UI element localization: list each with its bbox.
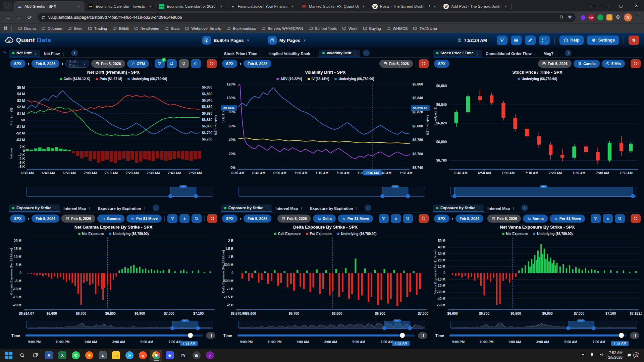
reset-icon-button[interactable] bbox=[631, 59, 641, 68]
add-tab-button[interactable]: + bbox=[71, 50, 78, 56]
chart-navigator[interactable]: ••• bbox=[26, 321, 213, 329]
feb-5-2026-pill[interactable]: Feb 5, 2026 bbox=[244, 215, 271, 223]
tradingview-icon[interactable]: TV bbox=[177, 350, 189, 361]
edit-button[interactable] bbox=[525, 36, 536, 45]
bulb-icon-button[interactable] bbox=[179, 59, 189, 68]
vanna-pill[interactable]: Vanna bbox=[523, 215, 547, 223]
extension-diamond-icon[interactable] bbox=[580, 14, 586, 20]
chart-area[interactable]: 20 M15 M10 M5 M0-5 M-10 M-15 M-20 M$6,51… bbox=[9, 236, 218, 316]
per-1-move-pill[interactable]: Per $1 Move bbox=[550, 215, 585, 223]
5-min-pill[interactable]: 5 Min bbox=[602, 60, 625, 68]
bookmark-folder[interactable]: Sites bbox=[65, 25, 85, 32]
tab-close-icon[interactable]: ✕ bbox=[76, 4, 82, 9]
profile-avatar[interactable]: N bbox=[624, 13, 632, 21]
time-slider-track[interactable] bbox=[237, 335, 415, 337]
apps-grid-icon[interactable] bbox=[3, 26, 8, 31]
bookmark-folder[interactable]: Work bbox=[339, 25, 360, 32]
chart-area[interactable]: $5 M$4 M$3 M$2 M$1 M$0-$1 M-$2 M-$3 M$6,… bbox=[9, 81, 218, 179]
navigator-grip[interactable]: ••• bbox=[540, 185, 547, 188]
date-pill[interactable]: Feb 5, 2026 bbox=[61, 215, 95, 223]
tab-close-icon[interactable]: ✕ bbox=[361, 4, 366, 9]
feb-5-2026-pill[interactable]: Feb 5, 2026 bbox=[32, 215, 59, 223]
spx-pill[interactable]: SPX bbox=[434, 60, 449, 68]
browser-tab[interactable]: FB Economic Calendar for 2026 - F ✕ bbox=[156, 1, 227, 11]
zoom-icon[interactable] bbox=[559, 15, 564, 20]
time-slider-thumb[interactable] bbox=[619, 333, 624, 338]
legend-item[interactable]: Underlying ($6,789.90) bbox=[127, 77, 167, 81]
tab-net-drift[interactable]: Net Drift⋮ bbox=[9, 50, 40, 57]
candle-pill[interactable]: Candle bbox=[574, 60, 600, 68]
spx-pill[interactable]: SPX bbox=[10, 215, 25, 223]
globe-app-icon[interactable]: ◍ bbox=[191, 350, 203, 361]
tab-menu-icon[interactable]: ⋮ bbox=[512, 207, 515, 210]
fullscreen-button[interactable] bbox=[539, 36, 550, 45]
tab-volatility-drift[interactable]: Volatility Drift⋮ bbox=[319, 50, 360, 57]
legend-item[interactable]: Put Exposure bbox=[306, 232, 331, 236]
bookmark-folder[interactable]: Bilibili bbox=[110, 25, 131, 32]
window-close-button[interactable]: ✕ bbox=[629, 0, 644, 11]
legend-item[interactable]: Underlying ($6,789.90) bbox=[337, 232, 377, 236]
bookmark-folder[interactable]: Bookmarksss bbox=[224, 25, 259, 32]
tab-menu-icon[interactable]: ⋮ bbox=[265, 206, 269, 210]
bookmark-folder[interactable]: TV/Drama bbox=[410, 25, 439, 32]
bookmark-folder[interactable]: Stats bbox=[162, 25, 182, 32]
time-slider-track[interactable] bbox=[449, 335, 627, 337]
bookmark-folder[interactable]: School Tools bbox=[306, 25, 339, 32]
tab-exposure-by-expiration[interactable]: Exposure by Expiration⋮ bbox=[95, 205, 150, 212]
date-pill[interactable]: Feb 5, 2026 bbox=[487, 215, 521, 223]
address-bar[interactable]: v3.quantdata.us/page/custom/d74ba5f4-ef6… bbox=[38, 13, 576, 22]
strike-price-input[interactable]: Strike Price▲▼ bbox=[65, 60, 89, 68]
legend-item[interactable]: Puts ($1.67 M) bbox=[96, 77, 122, 81]
browser-tab[interactable]: W Posts ‹ The Spread Book — Wo ✕ bbox=[369, 1, 440, 11]
spx-pill[interactable]: SPX bbox=[10, 60, 25, 68]
tab-menu-icon[interactable]: ⋮ bbox=[53, 206, 57, 210]
quantdata-logo[interactable]: Quant Data bbox=[5, 36, 51, 45]
add-tab-button[interactable]: + bbox=[565, 50, 572, 56]
navigator-right-handle[interactable] bbox=[406, 194, 410, 198]
bookmark-star-icon[interactable] bbox=[567, 14, 572, 20]
extension-abp-icon[interactable]: ABP bbox=[588, 14, 594, 20]
chart-area[interactable]: 120%100%80%60%40%20%0%$6,860$6,840$6,820… bbox=[221, 81, 430, 179]
legend-item[interactable]: Underlying ($6,789.90) bbox=[109, 232, 149, 236]
taskbar-search-icon[interactable] bbox=[16, 350, 28, 361]
funnel-icon-button[interactable] bbox=[591, 214, 601, 223]
navigator-right-handle[interactable] bbox=[196, 326, 200, 330]
notification-center[interactable]: 38 bbox=[627, 352, 639, 358]
tab-consolidated-order-flow[interactable]: Consolidated Order Flow⋮ bbox=[482, 50, 540, 57]
time-slider-thumb[interactable] bbox=[188, 333, 193, 338]
otm-pill[interactable]: OTM bbox=[127, 60, 149, 68]
tab-menu-icon[interactable]: ⋮ bbox=[354, 51, 357, 55]
tab-exposure-by-strike[interactable]: Exposure by Strike⋮ bbox=[221, 204, 272, 212]
built-in-pages-menu[interactable]: Built-In Pages ▼ bbox=[202, 36, 250, 45]
navigator-right-handle[interactable] bbox=[592, 326, 596, 330]
pause-button[interactable] bbox=[206, 332, 215, 339]
bookmark-folder[interactable]: Optoons bbox=[39, 25, 65, 32]
bookmark-folder[interactable]: WHMCS bbox=[384, 25, 411, 32]
browser-menu-icon[interactable]: ⋮ bbox=[633, 15, 641, 20]
navigator-left-handle[interactable] bbox=[380, 194, 384, 198]
tab-net-flow[interactable]: Net Flow⋮ bbox=[40, 50, 68, 57]
tab-mag7[interactable]: Mag7⋮ bbox=[540, 50, 562, 57]
my-pages-menu[interactable]: My Pages ▼ bbox=[268, 36, 306, 45]
bookmark-folder[interactable]: Drama bbox=[15, 25, 39, 32]
chart-navigator[interactable]: ••• bbox=[450, 321, 637, 329]
legend-item[interactable]: Net Exposure bbox=[502, 232, 528, 236]
tab-menu-icon[interactable]: ⋮ bbox=[62, 52, 65, 56]
pm-icon-button[interactable] bbox=[179, 214, 190, 223]
taskbar-clock[interactable]: 7:52 AM 2/5/2026 bbox=[608, 351, 623, 360]
feb-5-2026-pill[interactable]: Feb 5, 2026 bbox=[455, 215, 483, 223]
funnel-icon-button[interactable] bbox=[167, 214, 177, 223]
chrome-icon[interactable] bbox=[150, 350, 162, 361]
tab-close-icon[interactable]: ✕ bbox=[432, 4, 437, 9]
time-slider-track[interactable] bbox=[25, 335, 203, 337]
tab-close-icon[interactable]: ✕ bbox=[148, 4, 153, 9]
navigator-grip[interactable]: ••• bbox=[577, 319, 585, 322]
reset-icon-button[interactable] bbox=[419, 59, 429, 68]
navigator-grip[interactable]: ••• bbox=[181, 319, 189, 322]
legend-item[interactable]: Underlying ($6,789.90) bbox=[533, 232, 573, 236]
window-maximize-button[interactable]: ▢ bbox=[613, 0, 629, 11]
pm-icon-button[interactable] bbox=[603, 214, 613, 223]
forward-button[interactable]: → bbox=[14, 13, 23, 22]
tab-exposure-by-strike[interactable]: Exposure by Strike⋮ bbox=[9, 204, 60, 212]
levels-icon-button[interactable] bbox=[191, 59, 201, 68]
